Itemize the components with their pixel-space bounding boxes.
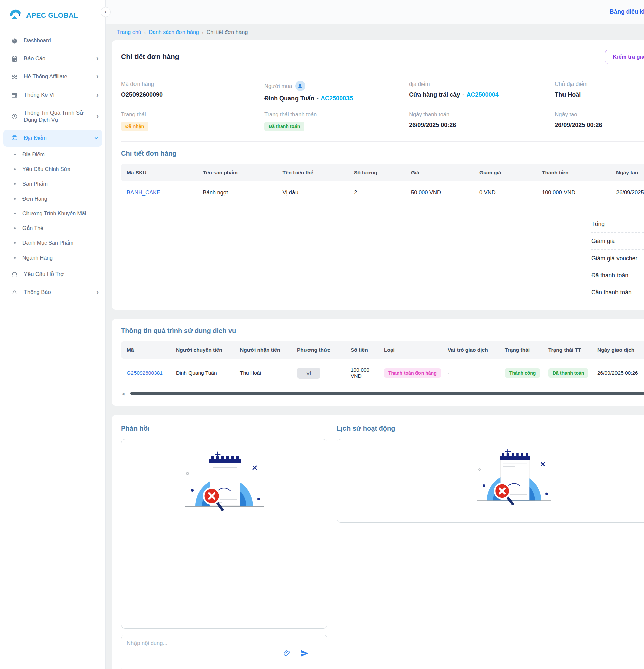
breadcrumb-home[interactable]: Trang chủ — [117, 29, 141, 35]
clock-icon — [11, 113, 18, 120]
total-label: Tổng — [591, 220, 605, 228]
gauge-icon — [11, 37, 18, 44]
sidebar-item-service-usage[interactable]: Thông Tin Quá Trình Sử Dụng Dịch Vụ › — [0, 104, 105, 129]
col-header: Phương thức — [292, 341, 346, 359]
bullet-dot — [14, 183, 16, 185]
person-add-icon[interactable] — [295, 81, 305, 91]
col-header: Ngày giao dịch — [593, 341, 644, 359]
wallet-icon — [11, 91, 18, 99]
breadcrumb-current: Chi tiết đơn hàng — [207, 29, 248, 35]
col-header: Ngày tạo — [612, 164, 644, 182]
location-name: Cửa hàng trái cây — [409, 91, 460, 98]
sidebar-collapse-button[interactable]: ‹ — [101, 7, 111, 17]
brand-logo[interactable]: APEC GLOBAL — [0, 0, 105, 31]
col-header: Tên sản phẩm — [198, 164, 278, 182]
scroll-left-icon[interactable]: ◀ — [122, 392, 124, 396]
bullet-dot — [14, 198, 16, 200]
paid-date-label: Ngày thanh toán — [409, 111, 555, 118]
col-header: Loại — [379, 341, 443, 359]
buyer-code-link[interactable]: AC2500035 — [321, 95, 353, 102]
sidebar-subitem-tags[interactable]: Gắn Thẻ — [0, 221, 105, 236]
location-field: địa điểm Cửa hàng trái cây - AC2500004 — [409, 81, 555, 102]
payment-status-field: Trạng thái thanh toán Đã thanh toán — [264, 111, 409, 131]
sidebar-subitem-label: Địa Điểm — [23, 152, 45, 158]
bullet-dot — [14, 242, 16, 244]
col-header: Trạng thái TT — [544, 341, 593, 359]
sidebar-subitem-label: Gắn Thẻ — [23, 225, 43, 231]
owner-field: Chủ địa điểm Thu Hoài — [555, 81, 644, 102]
discount-cell: 0 VND — [475, 182, 537, 204]
sidebar-subitem-edit-requests[interactable]: Yêu Cầu Chỉnh Sửa — [0, 162, 105, 177]
sidebar-item-affiliate[interactable]: Hệ Thống Affiliate › — [0, 68, 105, 86]
feedback-panel: Phản hồi — [121, 423, 327, 669]
table-row: G25092600381 Đinh Quang Tuấn Thu Hoài Ví… — [121, 359, 644, 387]
sidebar-item-reports[interactable]: Báo Cáo › — [0, 49, 105, 68]
col-header: Vai trò giao dịch — [443, 341, 500, 359]
owner-label: Chủ địa điểm — [555, 81, 644, 87]
price-cell: 50.000 VND — [406, 182, 475, 204]
sidebar-subitem-promotions[interactable]: Chương Trình Khuyến Mãi — [0, 206, 105, 221]
breadcrumb-orders[interactable]: Danh sách đơn hàng — [149, 29, 199, 35]
location-label: địa điểm — [409, 81, 555, 87]
attachment-paperclip-icon[interactable] — [283, 649, 291, 657]
sidebar: APEC GLOBAL Dashboard Báo Cáo › H — [0, 0, 106, 669]
sidebar-item-support[interactable]: Yêu Cầu Hỗ Trợ — [0, 265, 105, 283]
col-header: Mã SKU — [121, 164, 198, 182]
paid-date-field: Ngày thanh toán 26/09/2025 00:26 — [409, 111, 555, 131]
sender-cell: Đinh Quang Tuấn — [171, 359, 235, 387]
qty-cell: 2 — [349, 182, 406, 204]
total-row: Đã thanh toán 100.000 VND — [591, 267, 644, 284]
sku-link[interactable]: BANH_CAKE — [127, 189, 160, 196]
sidebar-item-label: Yêu Cầu Hỗ Trợ — [24, 271, 99, 277]
col-header: Tên biến thể — [278, 164, 350, 182]
total-label: Đã thanh toán — [591, 272, 628, 279]
dashboard-link[interactable]: Bảng điều khiển — [610, 9, 644, 15]
sidebar-item-label: Thông Báo — [24, 289, 90, 296]
location-code-link[interactable]: AC2500004 — [466, 91, 499, 98]
activity-empty-state — [337, 439, 644, 523]
sidebar-item-label: Dashboard — [24, 37, 99, 44]
payment-status-badge: Đã thanh toán — [548, 368, 588, 378]
sidebar-subitem-locations[interactable]: Địa Điểm — [0, 147, 105, 162]
send-icon[interactable] — [300, 649, 309, 657]
sidebar-subitem-label: Sản Phẩm — [23, 181, 47, 187]
sidebar-subitem-label: Ngành Hàng — [23, 255, 53, 261]
total-label: Giảm giá — [591, 238, 615, 245]
scrollbar-thumb[interactable] — [130, 392, 644, 395]
sidebar-subitem-products[interactable]: Sản Phẩm — [0, 177, 105, 191]
chevron-down-icon: › — [94, 137, 98, 139]
chevron-right-icon: › — [96, 92, 99, 97]
bullet-dot — [14, 154, 16, 155]
clipboard-icon — [11, 55, 18, 62]
total-row: Giảm giá voucher 0 VND — [591, 250, 644, 267]
headset-icon — [11, 271, 18, 278]
col-header: Số lượng — [349, 164, 406, 182]
network-icon — [11, 73, 18, 81]
feedback-input[interactable] — [127, 640, 259, 655]
breadcrumb-separator-icon: › — [202, 29, 204, 35]
col-header: Giảm giá — [475, 164, 537, 182]
page-title: Chi tiết đơn hàng — [121, 53, 180, 61]
sidebar-subitem-product-categories[interactable]: Danh Mục Sản Phẩm — [0, 236, 105, 251]
transaction-code-link[interactable]: G25092600381 — [127, 370, 163, 375]
order-items-table: Mã SKU Tên sản phẩm Tên biến thể Số lượn… — [121, 164, 644, 204]
sidebar-subitem-label: Đơn Hàng — [23, 196, 47, 202]
sidebar-subitem-orders[interactable]: Đơn Hàng — [0, 191, 105, 206]
created-date-label: Ngày tạo — [555, 111, 644, 118]
brand-logo-icon — [9, 9, 24, 22]
role-cell: - — [443, 359, 500, 387]
sidebar-item-dashboard[interactable]: Dashboard — [0, 31, 105, 49]
check-transaction-button[interactable]: Kiểm tra giao dịch — [605, 49, 644, 64]
order-totals: Tổng 100.000 VND Giảm giá 0 VND Giảm giá… — [591, 216, 644, 301]
sidebar-item-notifications[interactable]: Thông Báo › — [0, 283, 105, 301]
sidebar-item-locations[interactable]: Địa Điểm › — [3, 130, 102, 146]
order-detail-card: Chi tiết đơn hàng Kiểm tra giao dịch Mã … — [112, 40, 644, 310]
empty-state-illustration — [477, 447, 551, 511]
sidebar-item-wallet-stats[interactable]: Thống Kê Ví › — [0, 86, 105, 104]
variant-cell: Vị dâu — [278, 182, 350, 204]
transaction-status-badge: Thành công — [505, 368, 540, 378]
bullet-dot — [14, 168, 16, 170]
sidebar-subitem-industries[interactable]: Ngành Hàng — [0, 251, 105, 265]
location-card-icon — [11, 134, 18, 142]
sidebar-item-label: Địa Điểm — [24, 134, 89, 142]
